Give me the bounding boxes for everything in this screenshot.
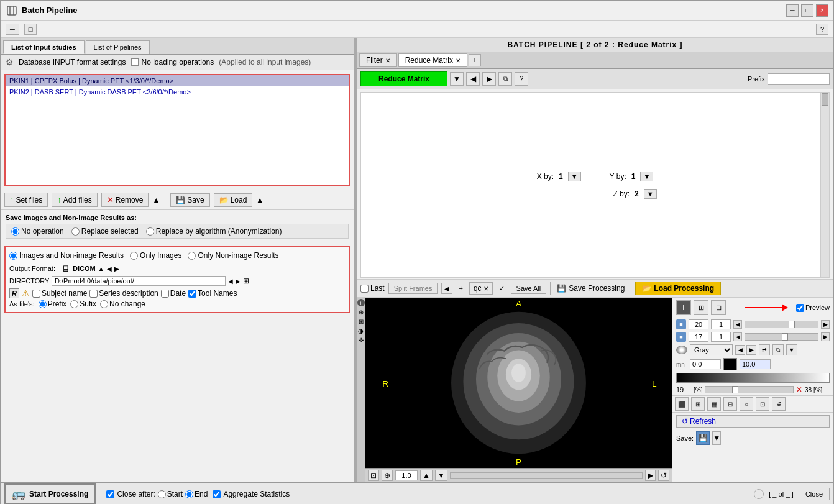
reduce-left-btn[interactable]: ◀	[466, 72, 480, 86]
subject-name-cb[interactable]	[32, 290, 40, 298]
zoom-icon[interactable]: ⊞	[359, 318, 364, 325]
range-min-input[interactable]	[690, 359, 721, 369]
radio-images-nonimage-input[interactable]	[9, 252, 17, 260]
cm-left-btn[interactable]: ◀	[735, 345, 745, 355]
format-left-btn[interactable]: ◀	[107, 265, 112, 272]
slider1-val[interactable]	[689, 319, 708, 329]
pipeline-scrollbar[interactable]	[820, 93, 829, 277]
save-dropdown-btn[interactable]: ▼	[712, 431, 721, 445]
dir-left-btn[interactable]: ◀	[228, 278, 233, 285]
last-check[interactable]: Last	[360, 284, 385, 293]
z-by-dropdown[interactable]: ▼	[644, 189, 657, 199]
range-min-swatch[interactable]	[723, 358, 737, 370]
move-icon[interactable]: ✛	[359, 337, 364, 344]
add-files-btn[interactable]: ↑ Add files	[52, 193, 98, 207]
info-icon[interactable]: i	[357, 299, 365, 306]
sufix-radio[interactable]: Sufix	[70, 300, 96, 308]
radio-replace-algo-input[interactable]	[146, 227, 154, 236]
slider2-left[interactable]: ◀	[733, 332, 742, 341]
rc-info-btn[interactable]: i	[676, 300, 691, 315]
process-left-btn[interactable]: ◀	[441, 283, 452, 294]
slider2-right[interactable]: ▶	[821, 332, 830, 341]
slider1-num2[interactable]	[711, 319, 731, 329]
save-list-btn[interactable]: 💾 Save	[170, 193, 209, 207]
range-max-input[interactable]	[740, 359, 771, 369]
tab-filter-close[interactable]: ✕	[385, 57, 390, 64]
split-frames-btn[interactable]: Split Frames	[388, 283, 438, 294]
bt-btn5[interactable]: ○	[740, 397, 753, 411]
reduce-matrix-btn[interactable]: Reduce Matrix	[360, 71, 447, 86]
tab-reduce-close[interactable]: ✕	[456, 57, 461, 64]
cm-copy-btn[interactable]: ⧉	[772, 344, 784, 355]
format-up-btn[interactable]: ▲	[98, 265, 104, 272]
save-processing-btn[interactable]: 💾 Save Processing	[550, 282, 631, 295]
aggregate-cb[interactable]	[213, 490, 221, 498]
cm-invert-btn[interactable]: ⇄	[759, 344, 770, 355]
close-end-input[interactable]	[185, 490, 193, 498]
rc-layout-btn[interactable]: ⊟	[711, 300, 726, 315]
radio-only-nonimage[interactable]: Only Non-image Results	[188, 251, 278, 260]
reduce-down-btn[interactable]: ▼	[450, 72, 464, 86]
no-change-radio[interactable]: No change	[100, 300, 145, 308]
viewer-slider[interactable]	[450, 472, 643, 479]
series-desc-cb[interactable]	[89, 290, 98, 298]
tool-names-check[interactable]: Tool Names	[188, 289, 237, 298]
load-list-btn[interactable]: 📂 Load	[214, 193, 253, 207]
dir-extra-btn[interactable]: ⊞	[243, 277, 249, 285]
down-arrow-btn[interactable]: ▲	[256, 196, 263, 204]
x-by-dropdown[interactable]: ▼	[568, 172, 581, 181]
cm-right-btn[interactable]: ▶	[746, 345, 756, 355]
contrast-icon[interactable]: ◑	[358, 328, 364, 334]
date-check[interactable]: Date	[161, 289, 186, 298]
radio-replace-sel-input[interactable]	[71, 227, 80, 236]
radio-replace-algo[interactable]: Replace by algorithm (Anonymization)	[146, 227, 282, 236]
slider2-handle[interactable]	[782, 333, 788, 341]
radio-no-op[interactable]: No operation	[11, 227, 64, 236]
slider1-track[interactable]	[745, 321, 818, 328]
minimize-btn[interactable]: ─	[786, 4, 799, 17]
viewer-fit-btn[interactable]: ⊡	[368, 470, 379, 481]
reduce-right-btn[interactable]: ▶	[482, 72, 496, 86]
y-by-dropdown[interactable]: ▼	[640, 172, 653, 181]
slider2-num2[interactable]	[711, 332, 731, 342]
close-end-radio[interactable]: End	[185, 490, 208, 498]
last-checkbox[interactable]	[360, 285, 369, 293]
toolbar-btn1[interactable]: ─	[6, 24, 19, 35]
rc-grid-btn[interactable]: ⊞	[694, 300, 708, 315]
tab-pipelines[interactable]: List of Pipelines	[86, 40, 150, 54]
tab-add-btn[interactable]: +	[469, 54, 481, 66]
preview-checkbox[interactable]	[796, 304, 804, 312]
date-cb[interactable]	[161, 290, 169, 298]
study-item-0[interactable]: PKIN1 | CPFPX Bolus | Dynamic PET <1/3/0…	[6, 75, 349, 86]
radio-only-nonimage-input[interactable]	[188, 252, 196, 260]
bt-btn1[interactable]: ⬛	[675, 397, 689, 411]
close-after-cb[interactable]	[106, 490, 114, 498]
radio-only-images-input[interactable]	[130, 252, 138, 260]
up-arrow-btn[interactable]: ▲	[152, 196, 160, 204]
reduce-help-btn[interactable]: ?	[515, 72, 528, 86]
dir-right-btn[interactable]: ▶	[236, 278, 241, 285]
colormap-select[interactable]: Gray Hot Rainbow	[690, 344, 733, 355]
cursor-icon[interactable]: ⊕	[359, 309, 364, 316]
zoom-input[interactable]	[395, 470, 418, 480]
tab-reduce-matrix[interactable]: Reduce Matrix ✕	[398, 53, 467, 67]
series-desc-check[interactable]: Series description	[89, 289, 158, 298]
radio-no-op-input[interactable]	[11, 227, 19, 236]
radio-replace-sel[interactable]: Replace selected	[71, 227, 139, 236]
slider1-left[interactable]: ◀	[733, 320, 742, 329]
slider2-track[interactable]	[745, 333, 818, 341]
tab-filter[interactable]: Filter ✕	[359, 53, 397, 67]
bt-btn7[interactable]: ⚟	[772, 397, 786, 411]
bt-btn3[interactable]: ▦	[707, 397, 721, 411]
tool-names-cb[interactable]	[188, 290, 196, 298]
close-start-radio[interactable]: Start	[158, 490, 183, 498]
slider1-right[interactable]: ▶	[821, 320, 830, 329]
viewer-up-btn[interactable]: ▲	[420, 470, 433, 481]
subject-name-check[interactable]: Subject name	[32, 289, 87, 298]
viewer-refresh-btn[interactable]: ↺	[658, 470, 669, 481]
qc-close[interactable]: ✕	[483, 285, 488, 292]
bt-btn4[interactable]: ⊟	[723, 397, 737, 411]
scroll-thumb[interactable]	[822, 93, 828, 106]
save-all-btn[interactable]: Save All	[511, 283, 547, 294]
format-right-btn[interactable]: ▶	[114, 265, 119, 272]
